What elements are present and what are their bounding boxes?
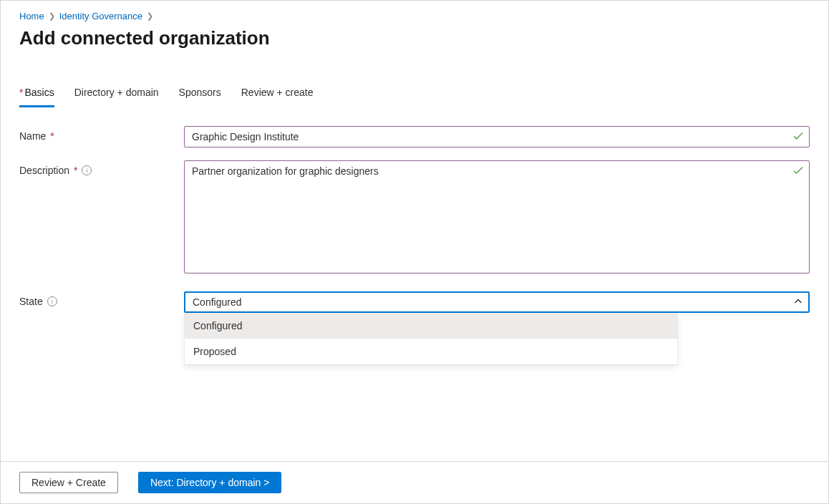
tab-basics-label: Basics (24, 87, 54, 98)
chevron-right-icon: ❯ (147, 11, 153, 21)
checkmark-icon (792, 130, 804, 144)
state-label: State i (19, 291, 184, 307)
required-marker: * (19, 87, 23, 98)
name-input[interactable] (184, 126, 810, 147)
name-label: Name * (19, 126, 184, 142)
tab-basics[interactable]: *Basics (19, 84, 54, 107)
next-button[interactable]: Next: Directory + domain > (138, 472, 282, 493)
state-dropdown-panel: Configured Proposed (184, 313, 678, 365)
chevron-right-icon: ❯ (49, 11, 55, 21)
footer: Review + Create Next: Directory + domain… (1, 461, 828, 503)
info-icon[interactable]: i (47, 296, 57, 306)
description-label: Description * i (19, 160, 184, 176)
checkmark-icon (792, 165, 804, 178)
tab-directory-domain[interactable]: Directory + domain (74, 84, 159, 107)
info-icon[interactable]: i (82, 165, 92, 175)
state-option-proposed[interactable]: Proposed (185, 339, 677, 364)
required-marker: * (74, 165, 77, 176)
state-select[interactable]: Configured (184, 291, 810, 313)
page-title: Add connected organization (19, 27, 810, 49)
breadcrumb: Home ❯ Identity Governance ❯ (19, 11, 810, 21)
description-input[interactable] (184, 160, 810, 273)
tabs: *Basics Directory + domain Sponsors Revi… (19, 84, 810, 107)
required-marker: * (50, 130, 54, 142)
state-select-value: Configured (193, 296, 242, 308)
breadcrumb-home[interactable]: Home (19, 11, 44, 21)
breadcrumb-identity-governance[interactable]: Identity Governance (59, 11, 142, 21)
review-create-button[interactable]: Review + Create (19, 472, 118, 493)
chevron-up-icon (794, 296, 803, 308)
tab-sponsors[interactable]: Sponsors (179, 84, 221, 107)
state-option-configured[interactable]: Configured (185, 313, 677, 339)
tab-review-create[interactable]: Review + create (241, 84, 314, 107)
